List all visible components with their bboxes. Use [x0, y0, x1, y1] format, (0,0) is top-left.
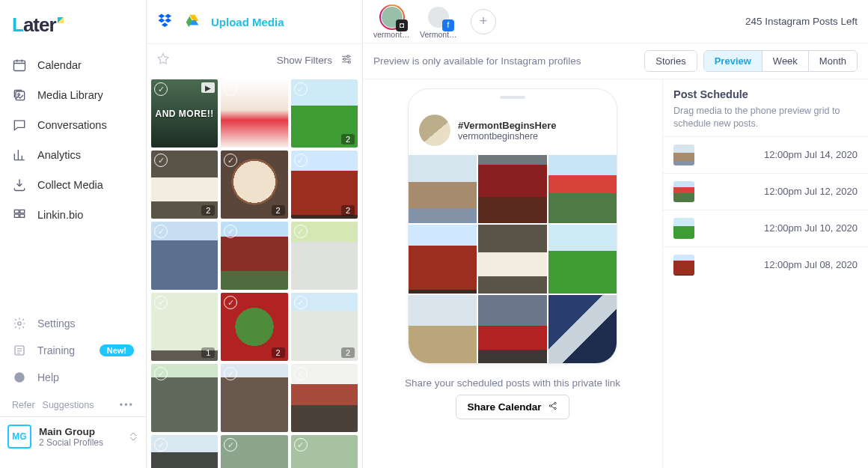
- sliders-icon[interactable]: [340, 52, 353, 68]
- check-icon[interactable]: ✓: [224, 438, 237, 452]
- check-icon[interactable]: ✓: [294, 154, 308, 167]
- check-icon[interactable]: ✓: [294, 225, 308, 238]
- check-icon[interactable]: ✓: [154, 296, 168, 309]
- phone-grid[interactable]: [409, 155, 617, 363]
- media-tile[interactable]: ✓: [291, 364, 358, 432]
- check-icon[interactable]: ✓: [294, 82, 308, 96]
- profile-username: vermontbeginshere: [458, 131, 557, 142]
- check-icon[interactable]: ✓: [294, 367, 308, 380]
- media-tile[interactable]: ✓2: [221, 151, 287, 219]
- list-icon: [12, 343, 27, 358]
- check-icon[interactable]: ✓: [224, 367, 237, 380]
- media-tile[interactable]: ✓1: [151, 293, 218, 361]
- phone-cell[interactable]: [548, 295, 617, 363]
- schedule-item[interactable]: 12:00pm Jul 14, 2020: [663, 136, 868, 173]
- google-drive-icon[interactable]: [184, 13, 201, 31]
- nav-settings[interactable]: Settings: [0, 310, 146, 337]
- schedule-thumb: [673, 181, 694, 202]
- nav-media-library[interactable]: Media Library: [0, 80, 146, 110]
- media-tile[interactable]: ✓: [291, 435, 358, 468]
- phone-cell[interactable]: [478, 155, 546, 223]
- share-calendar-button[interactable]: Share Calendar: [456, 395, 569, 419]
- nav-help[interactable]: ?Help: [0, 364, 146, 391]
- check-icon[interactable]: ✓: [154, 225, 168, 238]
- media-tile[interactable]: ✓2: [151, 151, 218, 219]
- media-tile[interactable]: ✓: [221, 79, 287, 148]
- media-tile[interactable]: ✓: [221, 435, 287, 468]
- upload-media-link[interactable]: Upload Media: [211, 16, 284, 28]
- refer-link[interactable]: Refer: [12, 400, 35, 410]
- schedule-list: 12:00pm Jul 14, 202012:00pm Jul 12, 2020…: [663, 136, 868, 283]
- nav-conversations[interactable]: Conversations: [0, 110, 146, 140]
- svg-point-12: [343, 58, 346, 61]
- app-logo[interactable]: Later: [0, 7, 146, 50]
- phone-preview[interactable]: #VermontBeginsHere vermontbeginshere: [408, 88, 617, 364]
- week-button[interactable]: Week: [762, 51, 808, 71]
- check-icon[interactable]: ✓: [294, 438, 308, 452]
- check-icon[interactable]: ✓: [154, 438, 168, 452]
- phone-cell[interactable]: [409, 155, 477, 223]
- schedule-thumb: [673, 145, 694, 165]
- check-icon[interactable]: ✓: [154, 367, 168, 380]
- media-library-panel: Upload Media Show Filters ✓▶AND MORE!!✓✓…: [147, 0, 363, 468]
- phone-cell[interactable]: [409, 225, 477, 293]
- group-switcher[interactable]: MG Main Group 2 Social Profiles: [0, 416, 146, 468]
- dropbox-icon[interactable]: [157, 13, 174, 31]
- preview-button[interactable]: Preview: [704, 51, 762, 71]
- primary-nav: Calendar Media Library Conversations Ana…: [0, 50, 146, 230]
- nav-collect-media[interactable]: Collect Media: [0, 170, 146, 200]
- help-icon: ?: [12, 370, 27, 385]
- check-icon[interactable]: ✓: [154, 154, 168, 167]
- group-sub: 2 Social Profiles: [39, 437, 103, 448]
- image-stack-icon: [12, 88, 27, 103]
- star-icon[interactable]: [156, 52, 171, 69]
- media-tile[interactable]: ✓2: [291, 151, 358, 219]
- preview-note: Preview is only available for Instagram …: [373, 55, 581, 67]
- media-tile[interactable]: ✓: [221, 364, 287, 432]
- media-tile[interactable]: ✓: [291, 222, 358, 290]
- phone-cell[interactable]: [409, 295, 477, 363]
- schedule-item[interactable]: 12:00pm Jul 10, 2020: [663, 210, 868, 246]
- profiles-row: ◘ vermontb... f Vermontb... + 245 Instag…: [363, 0, 868, 43]
- profile-instagram[interactable]: ◘ vermontb...: [373, 4, 411, 39]
- phone-cell[interactable]: [478, 225, 546, 293]
- schedule-item[interactable]: 12:00pm Jul 08, 2020: [663, 246, 868, 283]
- check-icon[interactable]: ✓: [224, 154, 237, 167]
- check-icon[interactable]: ✓: [294, 296, 308, 309]
- media-tile[interactable]: ✓2: [221, 293, 287, 361]
- nav-training[interactable]: TrainingNew!: [0, 337, 146, 364]
- more-icon[interactable]: •••: [120, 400, 134, 410]
- schedule-item[interactable]: 12:00pm Jul 12, 2020: [663, 173, 868, 210]
- nav-label: Linkin.bio: [37, 209, 83, 221]
- svg-rect-5: [14, 214, 19, 217]
- profile-facebook[interactable]: f Vermontb...: [420, 4, 457, 39]
- check-icon[interactable]: ✓: [224, 225, 237, 238]
- media-tile[interactable]: ✓: [151, 435, 218, 468]
- check-icon[interactable]: ✓: [224, 296, 237, 309]
- count-badge: 1: [201, 347, 215, 358]
- phone-cell[interactable]: [548, 225, 617, 293]
- main-panel: ◘ vermontb... f Vermontb... + 245 Instag…: [363, 0, 868, 468]
- media-tile[interactable]: ✓▶AND MORE!!: [151, 79, 218, 148]
- media-tile[interactable]: ✓: [221, 222, 287, 290]
- phone-cell[interactable]: [478, 295, 546, 363]
- month-button[interactable]: Month: [808, 51, 857, 71]
- share-button-label: Share Calendar: [467, 401, 541, 413]
- suggestions-link[interactable]: Suggestions: [43, 400, 94, 410]
- media-tile[interactable]: ✓2: [291, 79, 358, 148]
- add-profile-button[interactable]: +: [471, 9, 496, 34]
- post-schedule-panel: Post Schedule Drag media to the phone pr…: [662, 79, 868, 468]
- media-tile[interactable]: ✓: [151, 364, 218, 432]
- nav-analytics[interactable]: Analytics: [0, 140, 146, 170]
- count-badge: 2: [272, 205, 285, 216]
- nav-linkin-bio[interactable]: Linkin.bio: [0, 200, 146, 230]
- show-filters-link[interactable]: Show Filters: [277, 55, 332, 66]
- nav-calendar[interactable]: Calendar: [0, 50, 146, 80]
- count-badge: 2: [341, 347, 355, 358]
- media-tile[interactable]: ✓: [151, 222, 218, 290]
- check-icon[interactable]: ✓: [224, 82, 237, 96]
- stories-button[interactable]: Stories: [645, 51, 696, 71]
- schedule-time: 12:00pm Jul 12, 2020: [764, 186, 858, 197]
- phone-cell[interactable]: [548, 155, 617, 223]
- media-tile[interactable]: ✓2: [291, 293, 358, 361]
